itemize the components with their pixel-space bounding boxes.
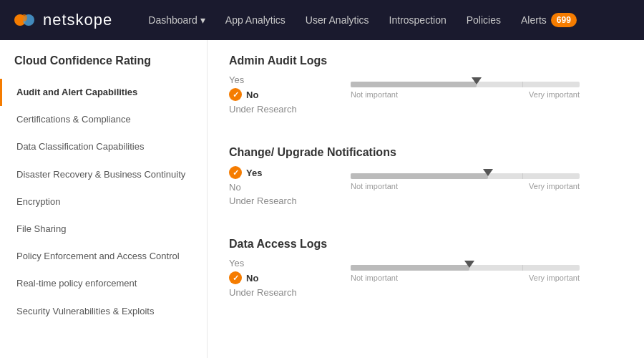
- slider-seg-4: [523, 173, 580, 179]
- audit-row-title: Change/ Upgrade Notifications: [229, 146, 623, 159]
- alerts-label: Alerts: [521, 14, 547, 26]
- slider-labels: Not important Very important: [351, 274, 580, 282]
- audit-row-body: ✓ Yes No Under Research: [229, 166, 623, 206]
- audit-row-title: Data Access Logs: [229, 238, 623, 251]
- slider-seg-4: [523, 265, 580, 271]
- nav-dashboard[interactable]: Dashboard ▾: [148, 14, 205, 26]
- audit-row-upgrade-notifications: Change/ Upgrade Notifications ✓ Yes No U…: [229, 146, 623, 221]
- slider-upgrade-notifications[interactable]: Not important Very important: [351, 166, 580, 190]
- nav-app-analytics[interactable]: App Analytics: [225, 14, 286, 26]
- logo-icon: [14, 13, 37, 27]
- option-under-research[interactable]: Under Research: [229, 104, 322, 115]
- option-yes[interactable]: Yes: [229, 74, 322, 85]
- slider-admin-audit[interactable]: Not important Very important: [351, 74, 580, 99]
- option-under-research[interactable]: Under Research: [229, 195, 322, 206]
- nav-introspection[interactable]: Introspection: [389, 14, 447, 26]
- slider-thumb: [472, 77, 482, 84]
- check-icon: ✓: [229, 166, 242, 179]
- options-list: Yes ✓ No Under Research: [229, 74, 322, 115]
- sidebar-item-audit[interactable]: Audit and Alert Capabilities: [0, 79, 207, 106]
- slider-fill: [351, 265, 469, 271]
- sidebar-item-policy-enforcement[interactable]: Policy Enforcement and Access Control: [0, 243, 207, 270]
- slider-labels: Not important Very important: [351, 182, 580, 190]
- sidebar-item-realtime-policy[interactable]: Real-time policy enforcement: [0, 270, 207, 297]
- option-yes[interactable]: ✓ Yes: [229, 166, 322, 179]
- nav-user-analytics[interactable]: User Analytics: [306, 14, 369, 26]
- content-panel: Admin Audit Logs Yes ✓ No Under Research: [208, 40, 644, 358]
- slider-fill: [351, 173, 488, 179]
- nav-links: Dashboard ▾ App Analytics User Analytics…: [148, 13, 630, 27]
- option-no[interactable]: No: [229, 182, 322, 193]
- check-icon: ✓: [229, 271, 242, 284]
- svg-point-2: [21, 14, 27, 21]
- options-list: ✓ Yes No Under Research: [229, 166, 322, 206]
- slider-data-access[interactable]: Not important Very important: [351, 258, 580, 282]
- dropdown-arrow-icon: ▾: [200, 14, 205, 26]
- audit-row-body: Yes ✓ No Under Research: [229, 74, 623, 115]
- slider-track: [351, 265, 580, 271]
- sidebar-item-security-vulnerabilities[interactable]: Security Vulnerabilities & Exploits: [0, 298, 207, 325]
- nav-policies[interactable]: Policies: [467, 14, 501, 26]
- sidebar-item-encryption[interactable]: Encryption: [0, 188, 207, 216]
- slider-track: [351, 82, 580, 87]
- sidebar-title: Cloud Confidence Rating: [0, 54, 207, 79]
- slider-fill: [351, 82, 477, 87]
- sidebar-item-disaster-recovery[interactable]: Disaster Recovery & Business Continuity: [0, 161, 207, 188]
- audit-row-admin-audit: Admin Audit Logs Yes ✓ No Under Research: [229, 54, 623, 129]
- audit-row-title: Admin Audit Logs: [229, 54, 623, 67]
- audit-row-body: Yes ✓ No Under Research: [229, 258, 623, 298]
- option-yes[interactable]: Yes: [229, 258, 322, 268]
- alerts-badge[interactable]: 699: [551, 13, 577, 27]
- sidebar-item-file-sharing[interactable]: File Sharing: [0, 216, 207, 243]
- sidebar-item-certifications[interactable]: Certifications & Compliance: [0, 106, 207, 133]
- slider-track: [351, 173, 580, 179]
- navbar: netskope Dashboard ▾ App Analytics User …: [0, 0, 644, 40]
- option-under-research[interactable]: Under Research: [229, 287, 322, 298]
- slider-seg-4: [523, 82, 580, 87]
- alerts-nav[interactable]: Alerts 699: [521, 13, 577, 27]
- slider-thumb: [464, 261, 474, 268]
- sidebar: Cloud Confidence Rating Audit and Alert …: [0, 40, 208, 358]
- main-content: Cloud Confidence Rating Audit and Alert …: [0, 40, 644, 358]
- check-icon: ✓: [229, 88, 242, 101]
- options-list: Yes ✓ No Under Research: [229, 258, 322, 298]
- logo: netskope: [14, 11, 112, 29]
- sidebar-item-data-classification[interactable]: Data Classification Capabilities: [0, 133, 207, 160]
- option-no[interactable]: ✓ No: [229, 88, 322, 101]
- logo-text: netskope: [43, 11, 112, 29]
- slider-thumb: [483, 169, 493, 176]
- audit-row-data-access: Data Access Logs Yes ✓ No Under Research: [229, 238, 623, 312]
- slider-labels: Not important Very important: [351, 90, 580, 99]
- option-no[interactable]: ✓ No: [229, 271, 322, 284]
